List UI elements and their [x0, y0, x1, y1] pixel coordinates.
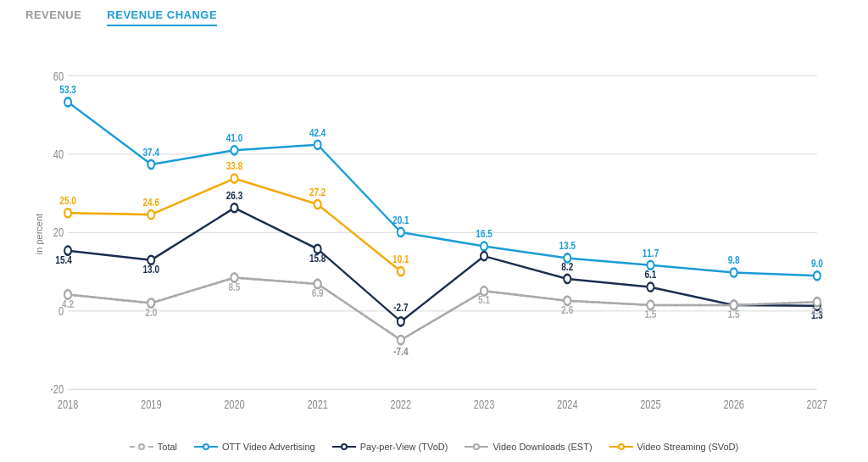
svg-text:9.8: 9.8	[728, 254, 740, 265]
svg-text:6.9: 6.9	[312, 287, 324, 298]
svg-text:27.2: 27.2	[309, 186, 326, 198]
svg-point-57	[398, 228, 404, 237]
legend-label: OTT Video Advertising	[222, 442, 315, 452]
svg-point-134	[314, 200, 321, 209]
svg-point-88	[481, 252, 487, 260]
svg-text:5.1: 5.1	[478, 294, 491, 305]
legend-item: Pay-per-View (TVoD)	[332, 442, 448, 452]
svg-line-44	[401, 232, 484, 247]
svg-point-65	[731, 268, 737, 276]
svg-text:40: 40	[53, 148, 64, 162]
svg-text:13.0: 13.0	[143, 264, 160, 275]
legend-label: Video Downloads (EST)	[492, 442, 592, 452]
svg-text:25.0: 25.0	[59, 195, 76, 206]
svg-line-76	[650, 287, 733, 305]
svg-line-73	[401, 256, 484, 321]
svg-text:1.5: 1.5	[644, 309, 657, 320]
line-chart: 6040200-20201820192020202120222023202420…	[51, 35, 843, 432]
svg-point-136	[398, 267, 404, 276]
svg-line-46	[567, 258, 650, 264]
svg-line-45	[484, 247, 567, 259]
svg-text:41.0: 41.0	[226, 132, 243, 143]
tab-revenue[interactable]: REVENUE	[25, 8, 81, 26]
svg-text:26.3: 26.3	[226, 190, 243, 201]
svg-text:16.5: 16.5	[476, 228, 492, 239]
svg-text:2.3: 2.3	[811, 305, 823, 316]
svg-line-124	[68, 213, 151, 214]
svg-point-49	[64, 97, 71, 106]
svg-text:2.0: 2.0	[145, 307, 157, 318]
svg-text:-2.7: -2.7	[393, 302, 408, 313]
svg-line-40	[68, 102, 151, 164]
svg-line-48	[734, 273, 817, 276]
svg-line-74	[484, 256, 567, 279]
svg-line-126	[234, 179, 317, 205]
legend-item: OTT Video Advertising	[194, 442, 315, 452]
svg-text:9.0: 9.0	[811, 258, 823, 269]
svg-text:1.5: 1.5	[728, 309, 741, 320]
svg-text:53.3: 53.3	[59, 84, 76, 95]
legend-label: Total	[158, 442, 177, 452]
svg-point-55	[314, 141, 321, 149]
svg-text:42.4: 42.4	[309, 127, 326, 138]
svg-text:2025: 2025	[640, 398, 661, 412]
legend-label: Pay-per-View (TVoD)	[360, 442, 448, 452]
svg-point-53	[231, 146, 237, 154]
svg-point-59	[481, 242, 487, 250]
svg-point-86	[398, 317, 404, 326]
svg-text:15.4: 15.4	[55, 254, 72, 265]
legend-label: Video Streaming (SVoD)	[637, 442, 739, 452]
svg-text:-20: -20	[51, 383, 64, 397]
svg-text:2022: 2022	[391, 398, 412, 412]
tab-bar: REVENUE REVENUE CHANGE	[17, 8, 851, 26]
svg-text:37.4: 37.4	[143, 147, 160, 158]
svg-text:8.5: 8.5	[229, 281, 242, 292]
svg-line-43	[318, 145, 401, 232]
svg-line-47	[650, 265, 733, 273]
svg-point-67	[814, 271, 821, 280]
svg-text:6.1: 6.1	[644, 269, 657, 280]
svg-point-91	[647, 283, 654, 292]
svg-point-132	[231, 175, 237, 183]
svg-text:15.8: 15.8	[309, 253, 326, 264]
y-axis-label: in percent	[34, 213, 44, 253]
chart-area: in percent 6040200-202018201920202021202…	[51, 35, 843, 432]
svg-line-102	[567, 301, 650, 305]
svg-text:2020: 2020	[224, 398, 245, 412]
svg-point-51	[147, 160, 154, 169]
svg-text:2021: 2021	[307, 398, 328, 412]
legend-item: Video Downloads (EST)	[465, 442, 592, 452]
svg-text:-7.4: -7.4	[393, 346, 409, 357]
legend-item: Total	[130, 442, 177, 452]
svg-line-100	[401, 291, 484, 340]
svg-line-96	[68, 294, 151, 303]
svg-text:2019: 2019	[141, 398, 162, 412]
tab-revenue-change[interactable]: REVENUE CHANGE	[107, 8, 217, 26]
svg-point-82	[231, 203, 237, 212]
svg-text:2.6: 2.6	[561, 304, 573, 315]
main-container: REVENUE REVENUE CHANGE in percent 604020…	[0, 0, 868, 462]
legend-item: Video Streaming (SVoD)	[609, 442, 739, 452]
svg-text:2024: 2024	[557, 398, 578, 412]
svg-text:8.2: 8.2	[561, 261, 573, 272]
svg-text:33.8: 33.8	[226, 160, 243, 171]
svg-point-63	[647, 261, 654, 270]
svg-point-128	[64, 209, 71, 217]
svg-text:60: 60	[53, 70, 64, 83]
svg-text:20: 20	[53, 226, 64, 240]
svg-point-130	[147, 210, 154, 219]
svg-text:10.1: 10.1	[392, 253, 409, 264]
svg-line-98	[234, 278, 317, 284]
svg-line-70	[151, 208, 234, 259]
svg-line-101	[484, 291, 567, 301]
svg-text:2027: 2027	[807, 398, 828, 412]
svg-line-125	[151, 179, 234, 215]
svg-text:11.7: 11.7	[643, 248, 659, 259]
svg-text:24.6: 24.6	[143, 197, 160, 208]
svg-text:13.5: 13.5	[559, 240, 576, 251]
svg-line-97	[151, 278, 234, 303]
svg-text:2018: 2018	[58, 398, 79, 412]
svg-text:20.1: 20.1	[392, 214, 409, 225]
svg-text:4.2: 4.2	[62, 298, 74, 309]
svg-line-75	[567, 279, 650, 287]
